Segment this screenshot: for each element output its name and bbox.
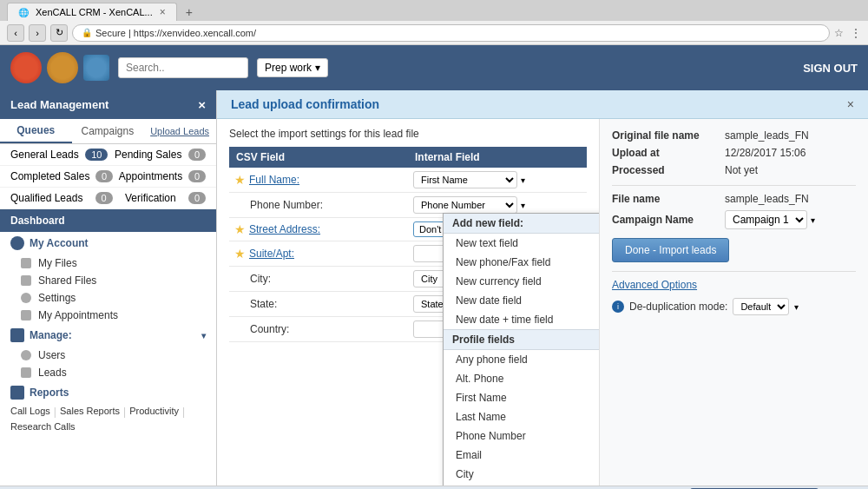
sidebar-item-my-account[interactable]: My Account (0, 232, 216, 254)
manage-collapse-icon[interactable]: ▾ (201, 331, 206, 340)
tab-queues[interactable]: Queues (0, 119, 72, 143)
dropdown-item-new-date[interactable]: New date field (444, 291, 599, 310)
table-row: ★ Full Name: First Name ▾ (229, 168, 587, 193)
main-content: Lead upload confirmation × Select the im… (217, 90, 868, 486)
star-icon[interactable]: ☆ (834, 27, 844, 39)
sidebar-item-shared-files[interactable]: Shared Files (0, 272, 216, 289)
dropdown-item-any-phone[interactable]: Any phone field (444, 350, 599, 369)
upload-at-value: 12/28/2017 15:06 (725, 147, 806, 159)
new-tab-button[interactable]: + (181, 3, 198, 21)
dropdown-item-new-datetime[interactable]: New date + time field (444, 310, 599, 329)
sidebar-item-my-files[interactable]: My Files (0, 254, 216, 272)
calendar-icon (21, 310, 31, 320)
import-leads-button[interactable]: Done - Import leads (612, 238, 729, 262)
campaign-name-label: Campaign Name (612, 214, 725, 226)
csv-field-label[interactable]: Full Name: (249, 174, 299, 186)
dropdown-item-alt-phone[interactable]: Alt. Phone (444, 369, 599, 388)
star-required-icon: ★ (234, 247, 246, 261)
upload-at-label: Upload at (612, 147, 725, 159)
sidebar-item-leads[interactable]: Leads (0, 364, 216, 381)
info-row-upload-at: Upload at 12/28/2017 15:06 (612, 147, 856, 159)
internal-field-select[interactable]: Phone Number (413, 196, 517, 214)
leads-icon (21, 367, 31, 378)
csv-field-label[interactable]: Suite/Apt: (249, 248, 294, 260)
campaign-chevron-icon: ▾ (811, 215, 815, 225)
sidebar-item-users[interactable]: Users (0, 347, 216, 364)
tab-campaigns[interactable]: Campaigns (72, 120, 144, 142)
file-name-value: sample_leads_FN (725, 193, 809, 205)
original-file-value: sample_leads_FN (725, 129, 809, 142)
dropdown-item-phone-number[interactable]: Phone Number (444, 426, 599, 446)
file-name-label: File name (612, 193, 725, 205)
sidebar-item-sales-reports[interactable]: Sales Reports (60, 406, 120, 418)
sidebar-close-icon[interactable]: × (198, 97, 206, 112)
csv-field-label: State: (250, 298, 277, 310)
manage-icon (10, 328, 24, 342)
lead-row-1: General Leads 10 Pending Sales 0 (0, 144, 216, 166)
content-close-icon[interactable]: × (847, 97, 854, 111)
nav-bar: ‹ › ↻ 🔒 Secure | https://xenvideo.xencal… (0, 21, 868, 45)
campaign-name-select[interactable]: Campaign 1 (725, 210, 807, 229)
dropdown-item-new-phone-fax[interactable]: New phone/Fax field (444, 253, 599, 272)
csv-field-label[interactable]: Street Address: (249, 223, 320, 235)
profile-fields-section: Profile fields (444, 329, 599, 350)
tab-favicon: 🌐 (18, 8, 29, 17)
content-title: Lead upload confirmation (231, 97, 379, 111)
dropdown-item-state[interactable]: State (444, 484, 599, 486)
menu-icon[interactable]: ⋮ (851, 27, 861, 39)
sign-out-button[interactable]: SIGN OUT (803, 62, 858, 75)
sidebar-item-productivity[interactable]: Productivity (129, 406, 179, 418)
info-row-file-name: File name sample_leads_FN (612, 193, 856, 205)
browser-tab-bar: 🌐 XenCALL CRM - XenCAL... × + (0, 0, 868, 21)
dedup-chevron-icon: ▾ (794, 302, 799, 312)
forward-button[interactable]: › (29, 24, 46, 42)
csv-field-label: Country: (250, 323, 289, 335)
dropdown-popup: Add new field: New text field New phone/… (443, 213, 599, 486)
dropdown-item-email[interactable]: Email (444, 446, 599, 465)
lead-row-3: Qualified Leads 0 Verification 0 (0, 188, 216, 209)
star-required-icon: ★ (234, 173, 246, 187)
browser-tab[interactable]: 🌐 XenCALL CRM - XenCAL... × (7, 3, 177, 21)
reports-section: Reports (0, 381, 216, 404)
internal-field-select[interactable]: First Name (413, 171, 517, 188)
refresh-button[interactable]: ↻ (50, 24, 68, 42)
sidebar-item-research-calls[interactable]: Research Calls (10, 421, 76, 432)
search-input[interactable] (118, 57, 248, 78)
settings-icon (21, 293, 31, 303)
star-required-icon: ★ (234, 222, 246, 236)
dashboard-section: Dashboard (0, 209, 216, 232)
sidebar-item-call-logs[interactable]: Call Logs (10, 406, 50, 418)
address-bar[interactable]: 🔒 Secure | https://xenvideo.xencall.com/ (72, 24, 830, 42)
logo-area (10, 52, 109, 83)
processed-value: Not yet (725, 164, 758, 176)
add-new-field-section: Add new field: (444, 214, 599, 234)
advanced-options-link[interactable]: Advanced Options (612, 279, 856, 291)
upload-leads-link[interactable]: Upload Leads (143, 121, 216, 142)
reports-icon (10, 386, 24, 400)
import-panel: Select the import settings for this lead… (217, 119, 599, 486)
dropdown-item-new-text[interactable]: New text field (444, 234, 599, 253)
back-button[interactable]: ‹ (7, 24, 24, 42)
dropdown-item-new-currency[interactable]: New currency field (444, 272, 599, 291)
tab-close-icon[interactable]: × (160, 6, 166, 18)
info-icon: i (612, 301, 624, 313)
dropdown-item-city[interactable]: City (444, 465, 599, 484)
sidebar-header: Lead Management × (0, 90, 216, 119)
prep-work-dropdown[interactable]: Prep work ▾ (257, 58, 328, 77)
csv-field-label: City: (250, 273, 271, 285)
dropdown-item-first-name[interactable]: First Name (444, 388, 599, 407)
shared-icon (21, 275, 31, 286)
col-internal-field: Internal Field (408, 147, 587, 168)
file-icon (21, 258, 31, 268)
csv-field-label: Phone Number: (250, 199, 323, 211)
dedup-select[interactable]: Default (733, 298, 789, 315)
info-row-original-file: Original file name sample_leads_FN (612, 129, 856, 142)
col-csv-field: CSV Field (229, 147, 408, 168)
sidebar-item-appointments[interactable]: My Appointments (0, 307, 216, 324)
dropdown-item-last-name[interactable]: Last Name (444, 407, 599, 426)
sidebar: Lead Management × Queues Campaigns Uploa… (0, 90, 217, 486)
sidebar-item-settings[interactable]: Settings (0, 289, 216, 307)
tab-title: XenCALL CRM - XenCAL... (36, 7, 153, 17)
info-row-processed: Processed Not yet (612, 164, 856, 176)
chevron-down-icon: ▾ (315, 62, 320, 74)
